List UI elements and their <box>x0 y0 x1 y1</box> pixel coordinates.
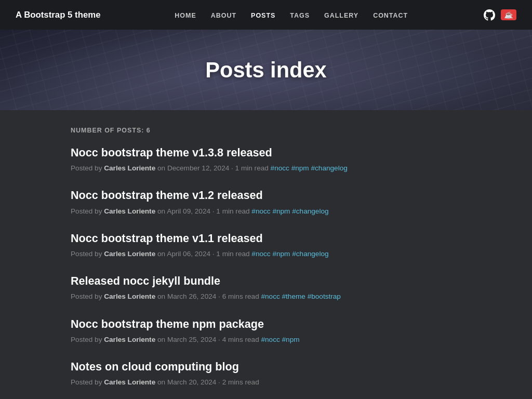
nav-item-home: HOME <box>175 10 196 20</box>
post-title-link[interactable]: Notes on cloud computing blog <box>71 360 461 374</box>
post-meta: Posted by Carles Loriente on April 09, 2… <box>71 206 461 217</box>
nav-tags-link[interactable]: TAGS <box>290 12 310 19</box>
post-item: Nocc bootstrap theme v1.2 released Poste… <box>71 188 461 216</box>
tag-link[interactable]: #bootstrap <box>308 292 341 300</box>
nav-item-tags: TAGS <box>290 10 310 20</box>
post-item: Nocc bootstrap theme npm package Posted … <box>71 317 461 345</box>
tag-link[interactable]: #npm <box>272 207 290 215</box>
brand-link[interactable]: A Bootstrap 5 theme <box>16 10 101 20</box>
kofi-link[interactable]: ☕ <box>501 9 516 20</box>
post-meta: Posted by Carles Loriente on December 12… <box>71 163 461 174</box>
post-item: Nocc bootstrap theme v1.1 released Poste… <box>71 231 461 259</box>
post-item: Notes on cloud computing blog Posted by … <box>71 360 461 388</box>
tag-link[interactable]: #nocc <box>261 292 280 300</box>
tag-link[interactable]: #nocc <box>271 164 289 172</box>
post-author: Carles Loriente <box>104 336 155 343</box>
post-author: Carles Loriente <box>104 378 155 386</box>
post-author: Carles Loriente <box>104 207 155 215</box>
navbar: A Bootstrap 5 theme HOME ABOUT POSTS TAG… <box>0 0 532 30</box>
post-title-link[interactable]: Nocc bootstrap theme v1.2 released <box>71 188 461 203</box>
nav-about-link[interactable]: ABOUT <box>211 12 236 19</box>
tag-link[interactable]: #npm <box>272 250 290 258</box>
post-item: Nocc bootstrap theme v1.3.8 released Pos… <box>71 145 461 174</box>
posts-count: NUMBER OF POSTS: 6 <box>71 127 461 134</box>
post-author: Carles Loriente <box>104 292 155 300</box>
post-meta: Posted by Carles Loriente on March 25, 2… <box>71 335 461 345</box>
post-author: Carles Loriente <box>104 250 155 258</box>
nav-item-posts: POSTS <box>251 10 275 20</box>
main-content: NUMBER OF POSTS: 6 Nocc bootstrap theme … <box>58 110 474 399</box>
post-title-link[interactable]: Nocc bootstrap theme npm package <box>71 317 461 331</box>
nav-gallery-link[interactable]: GALLERY <box>324 12 358 19</box>
nav-posts-link[interactable]: POSTS <box>251 12 275 19</box>
nav-icons: ☕ <box>482 8 516 22</box>
nav-home-link[interactable]: HOME <box>175 12 196 19</box>
post-title-link[interactable]: Released nocc jekyll bundle <box>71 274 461 288</box>
posts-list: Nocc bootstrap theme v1.3.8 released Pos… <box>71 145 461 388</box>
tag-link[interactable]: #changelog <box>311 164 347 172</box>
hero-title: Posts index <box>205 58 326 83</box>
nav-contact-link[interactable]: CONTACT <box>373 12 408 19</box>
tag-link[interactable]: #npm <box>282 336 300 343</box>
tag-link[interactable]: #changelog <box>292 250 328 258</box>
tag-link[interactable]: #nocc <box>251 207 270 215</box>
nav-item-about: ABOUT <box>211 10 236 20</box>
post-meta: Posted by Carles Loriente on March 26, 2… <box>71 291 461 302</box>
post-item: Released nocc jekyll bundle Posted by Ca… <box>71 274 461 302</box>
hero-section: Posts index <box>0 30 532 110</box>
post-meta: Posted by Carles Loriente on March 20, 2… <box>71 377 461 388</box>
nav-links: HOME ABOUT POSTS TAGS GALLERY CONTACT <box>175 10 408 20</box>
tag-link[interactable]: #changelog <box>292 207 328 215</box>
post-meta: Posted by Carles Loriente on April 06, 2… <box>71 249 461 259</box>
post-title-link[interactable]: Nocc bootstrap theme v1.1 released <box>71 231 461 246</box>
tag-link[interactable]: #npm <box>291 164 309 172</box>
kofi-icon: ☕ <box>504 11 513 19</box>
post-title-link[interactable]: Nocc bootstrap theme v1.3.8 released <box>71 145 461 160</box>
tag-link[interactable]: #theme <box>282 292 305 300</box>
tag-link[interactable]: #nocc <box>251 250 270 258</box>
nav-item-gallery: GALLERY <box>324 10 358 20</box>
nav-item-contact: CONTACT <box>373 10 408 20</box>
post-author: Carles Loriente <box>104 164 155 172</box>
github-link[interactable] <box>482 8 497 22</box>
github-icon <box>484 9 495 21</box>
tag-link[interactable]: #nocc <box>261 336 280 343</box>
